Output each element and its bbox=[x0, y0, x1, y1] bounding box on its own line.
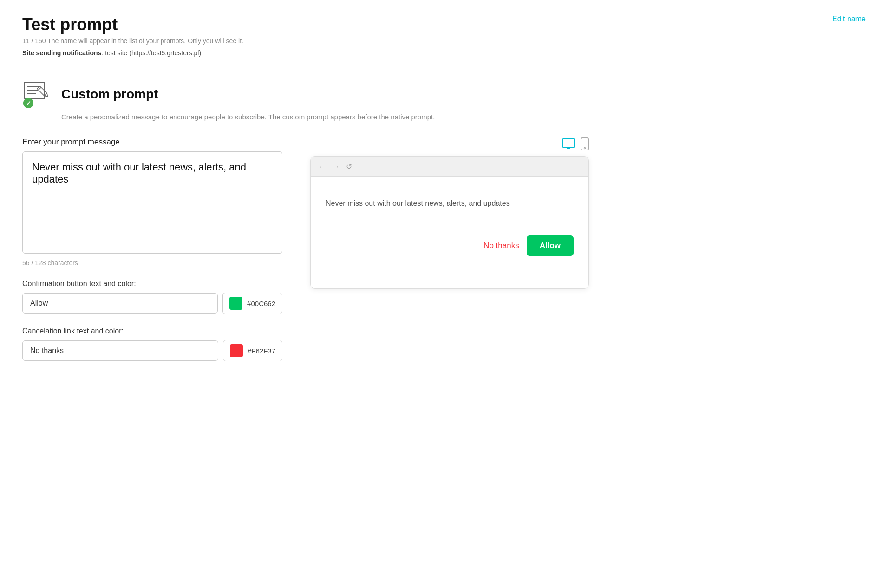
confirm-color-group[interactable]: #00C662 bbox=[222, 293, 282, 314]
cancel-color-swatch[interactable] bbox=[230, 344, 243, 357]
confirm-button-label: Confirmation button text and color: bbox=[22, 280, 282, 288]
preview-controls bbox=[310, 137, 589, 150]
cancel-link-text-input[interactable] bbox=[22, 340, 218, 361]
section-icon: ✓ bbox=[22, 79, 52, 109]
browser-toolbar: ← → ↺ bbox=[311, 157, 588, 177]
browser-mockup: ← → ↺ Never miss out with our latest new… bbox=[310, 156, 589, 289]
no-thanks-preview-btn[interactable]: No thanks bbox=[483, 241, 519, 250]
forward-icon[interactable]: → bbox=[332, 163, 340, 171]
svg-point-11 bbox=[584, 148, 586, 149]
confirm-color-swatch[interactable] bbox=[229, 297, 242, 310]
back-icon[interactable]: ← bbox=[318, 163, 326, 171]
check-badge: ✓ bbox=[23, 98, 33, 108]
left-panel: Enter your prompt message Never miss out… bbox=[22, 137, 282, 361]
section-title: Custom prompt bbox=[61, 87, 158, 102]
confirm-color-hex: #00C662 bbox=[247, 300, 275, 307]
confirm-button-row: #00C662 bbox=[22, 293, 282, 314]
section-description: Create a personalized message to encoura… bbox=[61, 113, 866, 121]
cancel-color-hex: #F62F37 bbox=[248, 347, 275, 355]
svg-rect-10 bbox=[581, 138, 588, 150]
allow-preview-btn[interactable]: Allow bbox=[527, 235, 574, 256]
cancel-color-group[interactable]: #F62F37 bbox=[223, 340, 282, 361]
divider bbox=[22, 68, 866, 68]
site-sending: Site sending notifications: test site (h… bbox=[22, 49, 866, 57]
char-counter: 56 / 128 characters bbox=[22, 259, 282, 267]
svg-rect-7 bbox=[562, 139, 575, 147]
cancel-link-label: Cancelation link text and color: bbox=[22, 327, 282, 335]
check-icon: ✓ bbox=[26, 100, 31, 107]
confirm-button-text-input[interactable] bbox=[22, 293, 218, 314]
site-sending-value: : test site (https://test5.grtesters.pl) bbox=[101, 49, 201, 57]
cancel-link-section: Cancelation link text and color: #F62F37 bbox=[22, 327, 282, 361]
prompt-preview-buttons: No thanks Allow bbox=[326, 235, 574, 256]
content-area: Enter your prompt message Never miss out… bbox=[22, 137, 866, 361]
svg-marker-5 bbox=[45, 93, 49, 98]
confirm-button-section: Confirmation button text and color: #00C… bbox=[22, 280, 282, 314]
desktop-preview-btn[interactable] bbox=[562, 137, 575, 150]
prompt-textarea[interactable]: Never miss out with our latest news, ale… bbox=[22, 151, 282, 254]
page-header: Test prompt Edit name 11 / 150 The name … bbox=[22, 15, 866, 57]
section-header: ✓ Custom prompt bbox=[22, 79, 866, 109]
browser-content: Never miss out with our latest news, ale… bbox=[311, 177, 588, 288]
cancel-link-row: #F62F37 bbox=[22, 340, 282, 361]
prompt-field-label: Enter your prompt message bbox=[22, 137, 282, 147]
prompt-preview-text: Never miss out with our latest news, ale… bbox=[326, 199, 574, 208]
site-sending-label: Site sending notifications bbox=[22, 49, 101, 57]
right-panel: ← → ↺ Never miss out with our latest new… bbox=[310, 137, 589, 361]
svg-line-6 bbox=[39, 87, 41, 90]
page-title: Test prompt bbox=[22, 15, 118, 34]
mobile-preview-btn[interactable] bbox=[581, 137, 589, 150]
refresh-icon[interactable]: ↺ bbox=[346, 162, 352, 171]
edit-name-link[interactable]: Edit name bbox=[832, 15, 866, 23]
char-count-hint: 11 / 150 The name will appear in the lis… bbox=[22, 37, 866, 45]
